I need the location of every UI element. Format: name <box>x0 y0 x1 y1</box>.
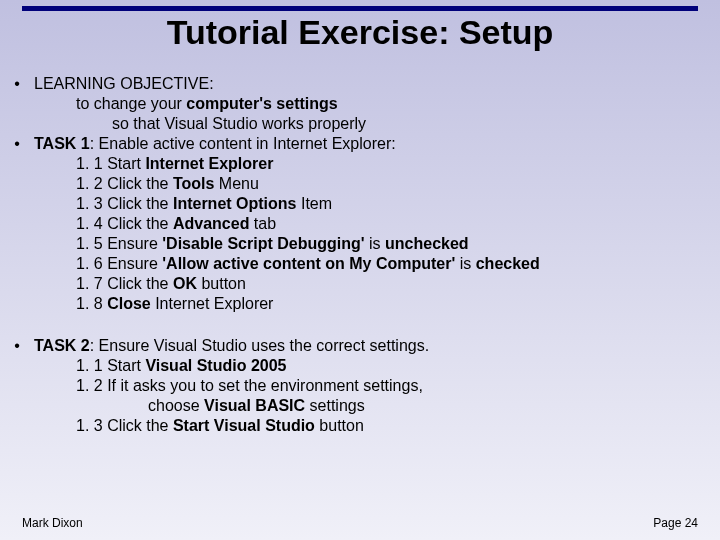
task1-step-7: 1. 7 Click the OK button <box>0 274 720 294</box>
task1-step-4: 1. 4 Click the Advanced tab <box>0 214 720 234</box>
bullet-icon: • <box>0 74 34 94</box>
task1-step-3: 1. 3 Click the Internet Options Item <box>0 194 720 214</box>
task1-step-8: 1. 8 Close Internet Explorer <box>0 294 720 314</box>
footer-author: Mark Dixon <box>22 516 83 530</box>
bullet-learning-objective: • LEARNING OBJECTIVE: <box>0 74 720 94</box>
task1-step-6: 1. 6 Ensure 'Allow active content on My … <box>0 254 720 274</box>
content-body: • LEARNING OBJECTIVE: to change your com… <box>0 74 720 436</box>
task1-step-2: 1. 2 Click the Tools Menu <box>0 174 720 194</box>
bullet-task-1: • TASK 1: Enable active content in Inter… <box>0 134 720 154</box>
bullet-icon: • <box>0 134 34 154</box>
objective-line-1: to change your computer's settings <box>0 94 720 114</box>
task2-step-1: 1. 1 Start Visual Studio 2005 <box>0 356 720 376</box>
footer-page: Page 24 <box>653 516 698 530</box>
task1-step-5: 1. 5 Ensure 'Disable Script Debugging' i… <box>0 234 720 254</box>
task1-step-1: 1. 1 Start Internet Explorer <box>0 154 720 174</box>
task2-step-3: 1. 3 Click the Start Visual Studio butto… <box>0 416 720 436</box>
bullet-text: TASK 2: Ensure Visual Studio uses the co… <box>34 336 720 356</box>
task2-step-2: 1. 2 If it asks you to set the environme… <box>0 376 720 396</box>
objective-line-2: so that Visual Studio works properly <box>0 114 720 134</box>
bullet-task-2: • TASK 2: Ensure Visual Studio uses the … <box>0 336 720 356</box>
bullet-icon: • <box>0 336 34 356</box>
footer: Mark Dixon Page 24 <box>0 516 720 530</box>
page-title: Tutorial Exercise: Setup <box>0 13 720 52</box>
bullet-text: LEARNING OBJECTIVE: <box>34 74 720 94</box>
bullet-text: TASK 1: Enable active content in Interne… <box>34 134 720 154</box>
title-rule <box>22 6 698 11</box>
task2-step-2-cont: choose Visual BASIC settings <box>0 396 720 416</box>
